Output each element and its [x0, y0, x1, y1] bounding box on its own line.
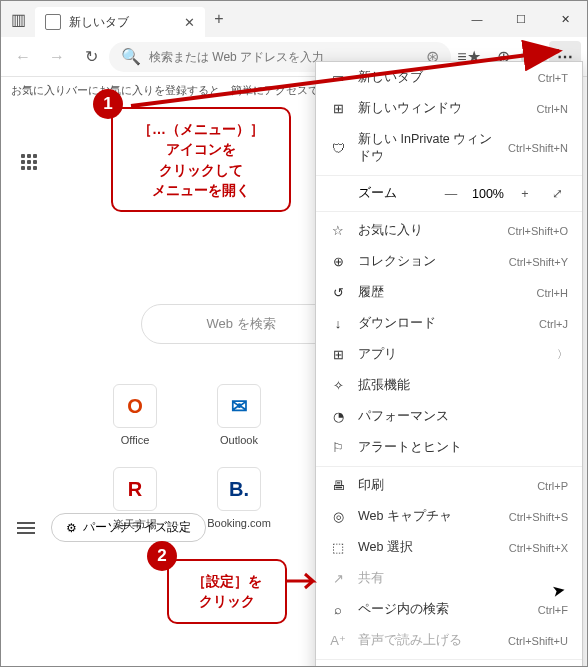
zoom-in-button[interactable]: + [514, 187, 536, 201]
menu-apps[interactable]: ⊞アプリ〉 [316, 339, 582, 370]
menu-item-shortcut: Ctrl+H [537, 287, 568, 299]
menu-item-label: 新しいウィンドウ [358, 100, 525, 117]
menu-item-icon: ⚐ [330, 440, 346, 455]
zoom-value: 100% [472, 187, 504, 201]
menu-item-icon: ⌕ [330, 602, 346, 617]
menu-item-shortcut: Ctrl+P [537, 480, 568, 492]
tile-label: Booking.com [199, 517, 279, 529]
callout-badge-2: 2 [147, 541, 177, 571]
menu-item-icon: ▭ [330, 70, 346, 85]
tile-icon: ✉ [217, 384, 261, 428]
menu-other-tools[interactable]: その他のツール 〉 [316, 663, 582, 667]
menu-item-label: ダウンロード [358, 315, 527, 332]
settings-menu: ▭新しいタブCtrl+T⊞新しいウィンドウCtrl+N🛡新しい InPrivat… [315, 61, 583, 667]
menu-history[interactable]: ↺履歴Ctrl+H [316, 277, 582, 308]
zoom-out-button[interactable]: — [440, 187, 462, 201]
tab-favicon [45, 14, 61, 30]
menu-item-shortcut: Ctrl+N [537, 103, 568, 115]
menu-item-shortcut: Ctrl+Shift+S [509, 511, 568, 523]
maximize-button[interactable]: ☐ [499, 1, 543, 37]
menu-item-label: アラートとヒント [358, 439, 568, 456]
menu-item-label: 履歴 [358, 284, 525, 301]
minimize-button[interactable]: — [455, 1, 499, 37]
menu-new-inprivate[interactable]: 🛡新しい InPrivate ウィンドウCtrl+Shift+N [316, 124, 582, 172]
menu-item-shortcut: Ctrl+T [538, 72, 568, 84]
menu-item-label: 共有 [358, 570, 568, 587]
menu-item-label: パフォーマンス [358, 408, 568, 425]
menu-item-icon: 🖶 [330, 478, 346, 493]
chevron-right-icon: 〉 [557, 347, 568, 362]
menu-item-icon: ↓ [330, 316, 346, 331]
menu-webselect[interactable]: ⬚Web 選択Ctrl+Shift+X [316, 532, 582, 563]
menu-item-label: 印刷 [358, 477, 525, 494]
personalize-button[interactable]: ⚙ パーソナライズ設定 [51, 513, 206, 542]
tab-actions-button[interactable]: ▥ [1, 1, 35, 37]
menu-item-icon: ↺ [330, 285, 346, 300]
menu-downloads[interactable]: ↓ダウンロードCtrl+J [316, 308, 582, 339]
refresh-button[interactable]: ↻ [75, 41, 107, 73]
menu-item-icon: ☆ [330, 223, 346, 238]
personalize-label: パーソナライズ設定 [83, 519, 191, 536]
new-tab-button[interactable]: + [205, 10, 233, 28]
menu-item-label: Web キャプチャ [358, 508, 497, 525]
menu-performance[interactable]: ◔パフォーマンス [316, 401, 582, 432]
callout-1: ［…（メニュー）］アイコンをクリックしてメニューを開く [111, 107, 291, 212]
menu-item-shortcut: Ctrl+J [539, 318, 568, 330]
callout-2: ［設定］をクリック [167, 559, 287, 624]
close-window-button[interactable]: ✕ [543, 1, 587, 37]
search-placeholder: Web を検索 [206, 315, 275, 333]
forward-button[interactable]: → [41, 41, 73, 73]
menu-item-icon: ◎ [330, 509, 346, 524]
menu-collections[interactable]: ⊕コレクションCtrl+Shift+Y [316, 246, 582, 277]
menu-item-icon: A⁺ [330, 633, 346, 648]
menu-new-tab[interactable]: ▭新しいタブCtrl+T [316, 62, 582, 93]
tile-icon: R [113, 467, 157, 511]
menu-item-shortcut: Ctrl+Shift+N [508, 142, 568, 154]
menu-item-icon: 🛡 [330, 141, 346, 156]
quick-link-tile[interactable]: ✉Outlook [199, 384, 279, 449]
menu-item-label: 新しい InPrivate ウィンドウ [358, 131, 496, 165]
search-icon: 🔍 [121, 47, 141, 66]
menu-share: ↗共有 [316, 563, 582, 594]
browser-tab[interactable]: 新しいタブ ✕ [35, 7, 205, 37]
callout-badge-1: 1 [93, 89, 123, 119]
zoom-label: ズーム [330, 185, 430, 202]
web-search-box[interactable]: Web を検索 [141, 304, 341, 344]
menu-new-window[interactable]: ⊞新しいウィンドウCtrl+N [316, 93, 582, 124]
tile-label: Office [95, 434, 175, 446]
menu-zoom: ズーム — 100% + ⤢ [316, 179, 582, 208]
menu-item-icon: ⊕ [330, 254, 346, 269]
menu-print[interactable]: 🖶印刷Ctrl+P [316, 470, 582, 501]
menu-item-shortcut: Ctrl+Shift+U [508, 635, 568, 647]
menu-item-label: お気に入り [358, 222, 495, 239]
quick-link-tile[interactable]: OOffice [95, 384, 175, 449]
tab-title: 新しいタブ [69, 14, 176, 31]
menu-item-icon: ⊞ [330, 347, 346, 362]
back-button[interactable]: ← [7, 41, 39, 73]
menu-favorites[interactable]: ☆お気に入りCtrl+Shift+O [316, 215, 582, 246]
menu-item-shortcut: Ctrl+Shift+O [507, 225, 568, 237]
apps-launcher-icon[interactable] [21, 154, 39, 172]
menu-item-shortcut: Ctrl+F [538, 604, 568, 616]
menu-alerts[interactable]: ⚐アラートとヒント [316, 432, 582, 463]
menu-icon[interactable] [17, 522, 35, 534]
tile-label: Outlook [199, 434, 279, 446]
tile-icon: O [113, 384, 157, 428]
menu-item-icon: ✧ [330, 378, 346, 393]
sliders-icon: ⚙ [66, 521, 77, 535]
titlebar: ▥ 新しいタブ ✕ + — ☐ ✕ [1, 1, 587, 37]
menu-extensions[interactable]: ✧拡張機能 [316, 370, 582, 401]
menu-capture[interactable]: ◎Web キャプチャCtrl+Shift+S [316, 501, 582, 532]
menu-item-label: ページ内の検索 [358, 601, 526, 618]
menu-readaloud: A⁺音声で読み上げるCtrl+Shift+U [316, 625, 582, 656]
menu-item-icon: ◔ [330, 409, 346, 424]
menu-item-label: Web 選択 [358, 539, 497, 556]
fullscreen-button[interactable]: ⤢ [546, 186, 568, 201]
menu-item-icon: ⬚ [330, 540, 346, 555]
close-tab-icon[interactable]: ✕ [184, 15, 195, 30]
menu-find[interactable]: ⌕ページ内の検索Ctrl+F [316, 594, 582, 625]
menu-item-label: 音声で読み上げる [358, 632, 496, 649]
quick-link-tile[interactable]: B.Booking.com [199, 467, 279, 532]
tile-icon: B. [217, 467, 261, 511]
menu-item-shortcut: Ctrl+Shift+X [509, 542, 568, 554]
